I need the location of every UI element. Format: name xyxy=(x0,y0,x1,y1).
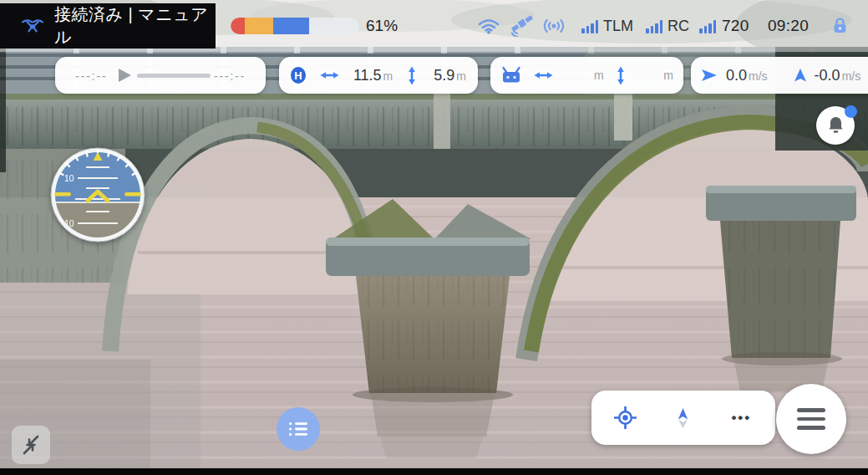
drone-icon xyxy=(20,17,45,35)
vertical-arrow-icon xyxy=(614,66,627,85)
battery-percent: 61% xyxy=(366,17,398,35)
tlm-signal-bars-icon xyxy=(581,19,598,33)
notification-bell-button[interactable] xyxy=(816,106,855,145)
playback-start-time: ---:-- xyxy=(75,69,107,83)
notification-badge xyxy=(845,105,857,118)
video-signal-bars-icon xyxy=(699,19,716,33)
play-icon[interactable] xyxy=(118,68,132,83)
list-icon xyxy=(288,421,308,437)
battery-segment-current xyxy=(273,18,309,34)
rc-signal-bars-icon xyxy=(646,19,662,33)
rc-controller-icon xyxy=(500,66,522,84)
collapse-button[interactable] xyxy=(12,426,50,464)
compass-needle-icon xyxy=(673,406,693,429)
more-icon: ••• xyxy=(731,410,751,426)
horizontal-speed-value: 0.0 xyxy=(726,67,747,84)
hamburger-icon xyxy=(797,408,825,430)
mission-list-button[interactable] xyxy=(277,407,320,451)
bottom-bar xyxy=(0,468,868,475)
battery-segment-critical xyxy=(231,18,245,34)
more-button[interactable]: ••• xyxy=(718,395,764,442)
locate-button[interactable] xyxy=(602,395,649,442)
menu-button[interactable] xyxy=(776,384,846,454)
home-point-icon: H xyxy=(291,67,306,84)
speed-pill: 0.0 m/s -0.0 m/s xyxy=(691,57,868,94)
playback-pill: ---:-- ---:-- xyxy=(55,57,266,94)
vertical-arrow-icon xyxy=(405,66,419,85)
attitude-indicator: 10 10 xyxy=(49,146,146,243)
top-status-bar: 接続済み | マニュアル 61% xyxy=(0,0,868,52)
vertical-speed-unit: m/s xyxy=(842,69,861,83)
compass-button[interactable] xyxy=(660,395,707,442)
pitch-upper-label: 10 xyxy=(64,173,74,183)
horizontal-arrow-icon xyxy=(534,69,553,82)
map-controls-pill: ••• xyxy=(591,391,775,445)
wifi-icon xyxy=(478,18,500,34)
clock: 09:20 xyxy=(768,17,809,35)
vertical-speed-icon xyxy=(793,68,808,83)
rc-distance-unit: m xyxy=(594,69,604,82)
home-telemetry-pill: H 11.5 m 5.9 m xyxy=(279,57,478,94)
connection-status-text: 接続済み | マニュアル xyxy=(54,3,216,49)
battery-segment-warning xyxy=(245,18,273,34)
screen-lock-icon[interactable] xyxy=(832,16,848,35)
bell-icon xyxy=(826,115,845,135)
horizontal-arrow-icon xyxy=(320,69,339,82)
playback-progress[interactable] xyxy=(137,74,211,78)
playback-end-time: ---:-- xyxy=(214,69,246,83)
vertical-speed-value: -0.0 xyxy=(815,67,840,84)
drone-app-screen: 接続済み | マニュアル 61% xyxy=(0,0,868,475)
horizontal-speed-icon xyxy=(701,68,718,83)
home-distance-value: 11.5 xyxy=(353,67,382,84)
horizontal-speed-unit: m/s xyxy=(749,69,768,83)
rc-telemetry-pill: m m xyxy=(490,57,683,94)
battery-bar xyxy=(231,18,359,34)
home-altitude-unit: m xyxy=(456,69,466,83)
rc-altitude-unit: m xyxy=(663,69,673,82)
resolution-value: 720 xyxy=(722,17,749,35)
tlm-label: TLM xyxy=(603,18,633,35)
radio-signal-icon xyxy=(541,18,566,34)
rc-label: RC xyxy=(667,18,689,35)
home-altitude-value: 5.9 xyxy=(434,67,454,84)
home-distance-unit: m xyxy=(383,69,393,83)
locate-icon xyxy=(614,406,637,429)
satellite-icon xyxy=(510,14,535,37)
collapse-arrows-icon xyxy=(17,431,45,459)
connection-status-panel[interactable]: 接続済み | マニュアル xyxy=(0,3,216,49)
